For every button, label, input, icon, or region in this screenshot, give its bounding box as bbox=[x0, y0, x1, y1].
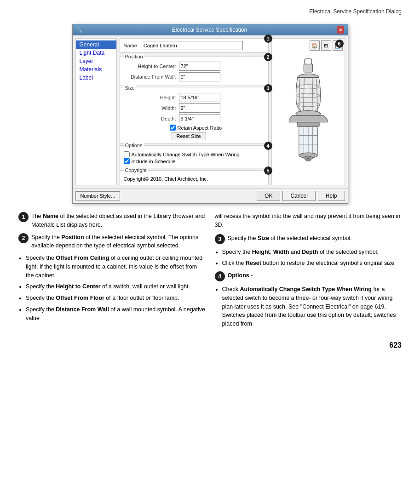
svg-point-3 bbox=[301, 84, 308, 96]
cancel-button[interactable]: Cancel bbox=[282, 191, 315, 201]
dialog-icon: 🔧 bbox=[76, 27, 83, 33]
copyright-label: Copyright bbox=[124, 167, 148, 173]
sidebar-item-layer[interactable]: Layer bbox=[76, 57, 116, 65]
bold-offset-floor: Offset From Floor bbox=[56, 295, 104, 301]
dialog-body: General Light Data Layer Materials Label… bbox=[73, 35, 348, 188]
svg-rect-12 bbox=[297, 122, 319, 127]
bold-width: Width bbox=[273, 249, 289, 255]
height-row: Height: bbox=[124, 93, 265, 102]
sidebar-item-materials[interactable]: Materials bbox=[76, 65, 116, 74]
bullet-list-3: Specify the Height, Width and Depth of t… bbox=[222, 248, 402, 268]
options-label: Options bbox=[124, 143, 144, 148]
svg-point-21 bbox=[305, 159, 311, 161]
item-2-bold: Position bbox=[61, 234, 84, 241]
badge-1: 1 bbox=[264, 34, 272, 43]
dialog-title: Electrical Service Specification bbox=[172, 27, 247, 33]
item-2-text: Specify the Position of the selected ele… bbox=[31, 233, 206, 251]
preview-image bbox=[278, 52, 338, 183]
page-number: 623 bbox=[0, 332, 420, 354]
bullet-auto-change: Check Automatically Change Switch Type W… bbox=[222, 285, 402, 328]
badge-4: 4 bbox=[264, 142, 272, 150]
reset-size-button[interactable]: Reset Size bbox=[172, 132, 206, 140]
bullet-hwb: Specify the Height, Width and Depth of t… bbox=[222, 248, 402, 257]
retain-aspect-checkbox[interactable] bbox=[170, 125, 176, 131]
height-label: Height: bbox=[124, 95, 179, 100]
footer-left: Number Style... bbox=[75, 191, 121, 200]
item-4: 4 Options - bbox=[215, 271, 402, 281]
auto-change-checkbox[interactable] bbox=[124, 151, 130, 157]
auto-change-label: Automatically Change Switch Type When Wi… bbox=[132, 152, 240, 157]
sidebar-item-label[interactable]: Label bbox=[76, 74, 116, 82]
badge-5: 5 bbox=[264, 166, 272, 175]
number-style-button[interactable]: Number Style... bbox=[75, 191, 121, 200]
item-1: 1 The Name of the selected object as use… bbox=[18, 212, 206, 229]
badge-6: 6 bbox=[335, 40, 344, 48]
sidebar-item-general[interactable]: General bbox=[76, 40, 116, 49]
reset-size-row: Reset Size bbox=[170, 132, 265, 140]
retain-aspect-row: Retain Aspect Ratio bbox=[170, 125, 265, 131]
name-field-label: Name bbox=[124, 43, 137, 48]
footer-right: OK Cancel Help bbox=[257, 191, 345, 201]
bullet-offset-floor: Specify the Offset From Floor of a floor… bbox=[26, 294, 206, 303]
copyright-value: Copyright© 2010, Chief Architect, Inc. bbox=[124, 176, 208, 182]
retain-aspect-label: Retain Aspect Ratio bbox=[178, 125, 222, 131]
height-center-label: Height to Center: bbox=[124, 63, 179, 69]
include-schedule-label: Include in Schedule bbox=[132, 159, 176, 164]
dialog-wrapper: 🔧 Electrical Service Specification ✕ Gen… bbox=[0, 24, 420, 204]
copyright-section: Copyright Copyright© 2010, Chief Archite… bbox=[120, 170, 269, 185]
sidebar-item-lightdata[interactable]: Light Data bbox=[76, 49, 116, 57]
ok-button[interactable]: OK bbox=[257, 191, 280, 201]
svg-rect-0 bbox=[305, 59, 311, 64]
height-center-input[interactable] bbox=[179, 62, 220, 71]
include-schedule-checkbox[interactable] bbox=[124, 158, 130, 164]
item-4-bold: Options bbox=[228, 272, 249, 279]
bold-auto-change: Automatically Change Switch Type When Wi… bbox=[240, 286, 372, 292]
include-schedule-row: Include in Schedule bbox=[124, 158, 265, 164]
distance-wall-label: Distance From Wall: bbox=[124, 74, 179, 80]
depth-row: Depth: bbox=[124, 114, 265, 123]
width-row: Width: bbox=[124, 103, 265, 113]
circle-3: 3 bbox=[215, 234, 225, 244]
content-area: 1 The Name of the selected object as use… bbox=[0, 212, 420, 332]
dialog-main: Name 1 Position Height to Center: Distan… bbox=[120, 38, 269, 185]
svg-rect-1 bbox=[304, 64, 312, 72]
dialog-sidebar: General Light Data Layer Materials Label bbox=[75, 38, 117, 185]
depth-label: Depth: bbox=[124, 116, 179, 121]
distance-wall-input[interactable] bbox=[179, 72, 220, 81]
preview-btn-home[interactable]: 🏠 bbox=[310, 40, 320, 51]
item-3: 3 Specify the Size of the selected elect… bbox=[215, 234, 402, 244]
badge-2: 2 bbox=[264, 53, 272, 61]
bold-distance-wall: Distance From Wall bbox=[56, 306, 109, 313]
width-label: Width: bbox=[124, 105, 179, 111]
circle-1: 1 bbox=[18, 212, 29, 222]
lamp-svg bbox=[278, 58, 338, 178]
circle-2: 2 bbox=[18, 233, 29, 243]
height-input[interactable] bbox=[179, 93, 220, 102]
width-input[interactable] bbox=[179, 103, 220, 113]
bullet-distance-wall: Specify the Distance From Wall of a wall… bbox=[26, 305, 206, 323]
preview-btn-expand[interactable]: ⊞ bbox=[321, 40, 331, 51]
options-section: Options Automatically Change Switch Type… bbox=[120, 145, 269, 168]
bold-depth: Depth bbox=[302, 249, 318, 255]
bullet-list-2: Specify the Offset From Ceiling of a cei… bbox=[26, 254, 206, 322]
item-1-bold: Name bbox=[43, 213, 58, 219]
size-label: Size bbox=[124, 85, 136, 91]
name-input[interactable] bbox=[142, 41, 243, 50]
bold-height: Height bbox=[252, 249, 270, 255]
item-1-text: The Name of the selected object as used … bbox=[31, 212, 206, 229]
bullet-height-center: Specify the Height to Center of a switch… bbox=[26, 282, 206, 291]
item-4-text: Options - bbox=[228, 271, 402, 280]
name-section: Name 1 bbox=[120, 38, 269, 53]
page-header: Electrical Service Specification Dialog bbox=[0, 0, 420, 19]
dialog-close-button[interactable]: ✕ bbox=[337, 26, 344, 34]
content-left: 1 The Name of the selected object as use… bbox=[18, 212, 206, 332]
position-section: Position Height to Center: Distance From… bbox=[120, 57, 269, 86]
size-section: Size Height: Width: Depth: bbox=[120, 88, 269, 143]
bold-height-center: Height to Center bbox=[56, 283, 100, 290]
circle-4: 4 bbox=[215, 271, 225, 281]
item-3-bold: Size bbox=[258, 235, 269, 241]
dialog-footer: Number Style... OK Cancel Help bbox=[73, 188, 348, 203]
depth-input[interactable] bbox=[179, 114, 220, 123]
header-title: Electrical Service Specification Dialog bbox=[309, 8, 402, 15]
help-button[interactable]: Help bbox=[318, 191, 345, 201]
